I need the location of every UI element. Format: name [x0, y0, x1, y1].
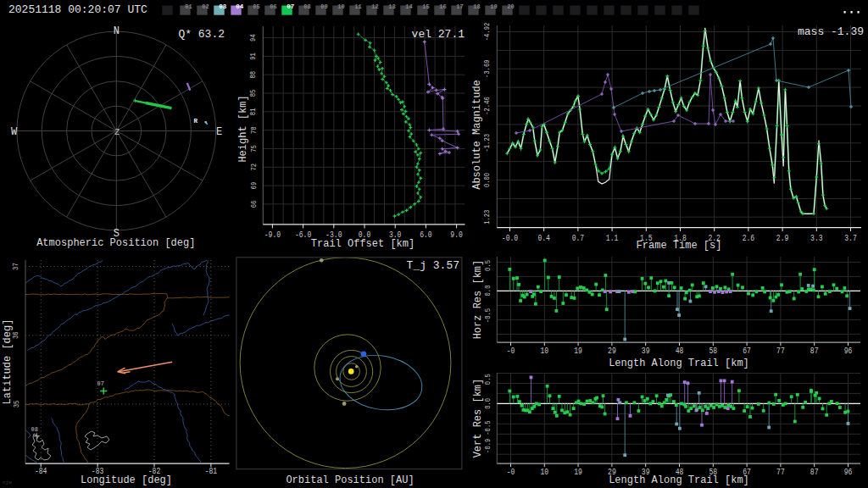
- svg-text:14: 14: [405, 3, 412, 10]
- svg-text:-9.0: -9.0: [264, 230, 281, 240]
- svg-text:Longitude [deg]: Longitude [deg]: [81, 474, 172, 486]
- svg-text:09: 09: [320, 3, 327, 10]
- svg-text:20251118 00:20:07 UTC: 20251118 00:20:07 UTC: [8, 3, 147, 16]
- svg-text:1.1: 1.1: [606, 234, 619, 243]
- svg-text:1.23: 1.23: [483, 210, 492, 225]
- svg-text:-0.5: -0.5: [484, 308, 492, 323]
- svg-text:19: 19: [490, 3, 497, 10]
- svg-text:Latitude [deg]: Latitude [deg]: [2, 319, 14, 405]
- svg-text:Height [km]: Height [km]: [237, 95, 249, 162]
- svg-text:0.7: 0.7: [572, 234, 585, 243]
- svg-text:Atmospheric Position [deg]: Atmospheric Position [deg]: [36, 237, 195, 249]
- svg-text:0.4: 0.4: [537, 234, 550, 243]
- svg-text:19: 19: [574, 468, 582, 477]
- svg-text:91: 91: [249, 53, 258, 60]
- svg-text:07: 07: [287, 3, 294, 10]
- svg-text:R: R: [194, 118, 198, 125]
- svg-text:15: 15: [422, 3, 429, 10]
- svg-text:N: N: [114, 25, 120, 37]
- svg-text:-2.46: -2.46: [483, 97, 492, 115]
- svg-text:Horz Res [km]: Horz Res [km]: [472, 260, 484, 340]
- svg-text:94: 94: [250, 34, 259, 42]
- svg-text:17: 17: [456, 3, 463, 10]
- svg-text:12: 12: [371, 3, 378, 10]
- svg-text:58: 58: [709, 347, 717, 356]
- svg-text:Trail Offset [km]: Trail Offset [km]: [311, 238, 415, 250]
- svg-text:9.0: 9.0: [450, 230, 463, 240]
- svg-text:0.0: 0.0: [484, 398, 492, 409]
- svg-text:-0: -0: [507, 347, 515, 356]
- svg-text:18: 18: [473, 3, 480, 10]
- svg-text:E: E: [216, 126, 222, 138]
- svg-text:Orbital Position [AU]: Orbital Position [AU]: [286, 474, 414, 486]
- svg-text:0.00: 0.00: [483, 173, 492, 187]
- svg-text:Frame Time [s]: Frame Time [s]: [637, 240, 722, 252]
- svg-text:10: 10: [337, 3, 344, 10]
- svg-text:48: 48: [676, 347, 684, 356]
- svg-text:13: 13: [388, 3, 395, 10]
- svg-text:-0.0: -0.0: [502, 234, 518, 243]
- svg-text:-6.0: -6.0: [295, 230, 311, 240]
- svg-text:0.5: 0.5: [484, 260, 492, 271]
- svg-text:T_j 3.57: T_j 3.57: [407, 259, 459, 272]
- svg-text:78: 78: [250, 126, 259, 134]
- svg-text:6.0: 6.0: [420, 230, 432, 240]
- svg-text:81: 81: [249, 108, 258, 116]
- svg-text:2.9: 2.9: [776, 234, 789, 243]
- svg-text:69: 69: [250, 182, 259, 190]
- svg-text:77: 77: [776, 468, 785, 477]
- svg-text:88: 88: [249, 71, 258, 79]
- svg-text:2.6: 2.6: [743, 234, 755, 243]
- svg-text:10: 10: [540, 347, 548, 356]
- svg-text:Q* 63.2: Q* 63.2: [178, 28, 225, 41]
- svg-text:0.5: 0.5: [484, 374, 492, 385]
- svg-text:67: 67: [743, 347, 751, 356]
- svg-text:vel 27.1: vel 27.1: [412, 28, 465, 41]
- svg-text:-0.5: -0.5: [484, 420, 492, 435]
- svg-text:-4.92: -4.92: [483, 23, 492, 42]
- svg-text:10: 10: [540, 468, 548, 477]
- svg-text:96: 96: [844, 347, 853, 356]
- svg-text:20: 20: [507, 3, 514, 10]
- svg-text:96: 96: [844, 468, 853, 477]
- svg-text:19: 19: [574, 347, 582, 356]
- svg-text:Length Along Trail [km]: Length Along Trail [km]: [609, 358, 749, 369]
- svg-text:02: 02: [202, 3, 209, 10]
- svg-text:36: 36: [13, 332, 21, 340]
- svg-text:W: W: [11, 126, 18, 138]
- svg-text:39: 39: [642, 347, 650, 356]
- svg-text:35: 35: [13, 401, 21, 408]
- svg-text:87: 87: [810, 468, 819, 477]
- svg-text:mass -1.39: mass -1.39: [798, 25, 864, 38]
- svg-text:03: 03: [219, 3, 227, 10]
- svg-text:66: 66: [250, 201, 259, 208]
- svg-text:3.7: 3.7: [844, 234, 857, 243]
- svg-text:Length Along Trail [km]: Length Along Trail [km]: [609, 474, 749, 486]
- svg-text:njw: njw: [3, 480, 12, 485]
- svg-text:Z: Z: [114, 128, 120, 137]
- svg-text:87: 87: [810, 347, 819, 356]
- svg-text:-1.23: -1.23: [483, 134, 492, 152]
- svg-text:Absolute Magnitude: Absolute Magnitude: [471, 80, 483, 190]
- svg-text:29: 29: [608, 347, 616, 356]
- svg-text:07: 07: [97, 380, 104, 387]
- svg-text:08: 08: [303, 3, 310, 10]
- svg-text:05: 05: [253, 3, 259, 10]
- svg-text:77: 77: [776, 347, 785, 356]
- svg-text:04: 04: [236, 3, 244, 10]
- svg-text:3.3: 3.3: [810, 234, 823, 243]
- svg-text:11: 11: [354, 3, 361, 10]
- svg-text:-0: -0: [507, 468, 515, 477]
- svg-text:-84: -84: [35, 467, 47, 476]
- svg-text:37: 37: [13, 263, 21, 270]
- svg-text:06: 06: [270, 3, 276, 10]
- svg-text:16: 16: [439, 3, 446, 10]
- svg-text:01: 01: [185, 3, 192, 10]
- svg-text:-81: -81: [205, 467, 218, 476]
- svg-text:75: 75: [250, 145, 259, 152]
- svg-text:08: 08: [31, 426, 38, 433]
- svg-text:Vert Res [km]: Vert Res [km]: [472, 379, 484, 458]
- svg-text:-3.69: -3.69: [483, 60, 492, 79]
- svg-text:-0.9: -0.9: [484, 439, 492, 453]
- svg-text:0.0: 0.0: [484, 286, 492, 297]
